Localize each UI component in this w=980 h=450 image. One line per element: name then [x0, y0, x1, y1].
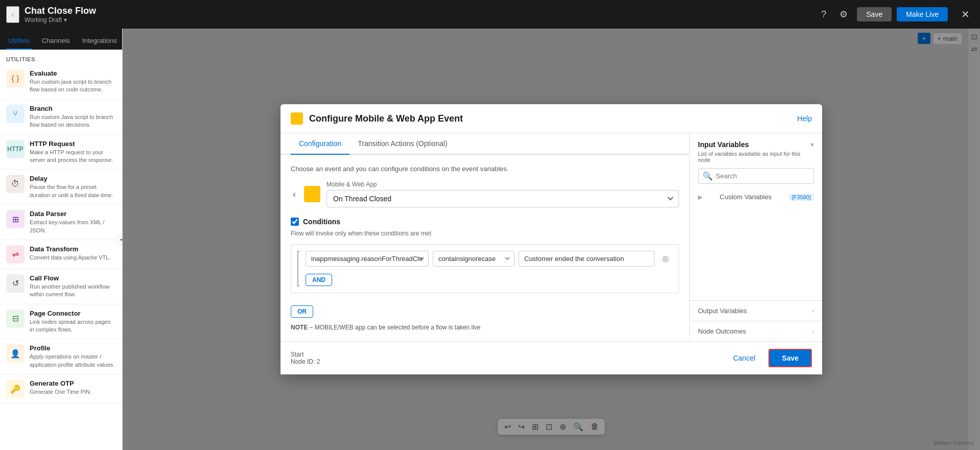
node-outcomes-row[interactable]: Node Outcomes › [690, 321, 822, 341]
evaluate-icon: { } [6, 69, 25, 88]
event-selector: ‹ Mobile & Web App On Thread Closed On T… [291, 181, 679, 207]
page-connector-label: Page Connector [30, 310, 116, 317]
conditions-checkbox[interactable] [291, 218, 299, 226]
condition-operator-select[interactable]: containsignorecase [433, 251, 515, 267]
page-connector-icon: ⊟ [6, 310, 25, 328]
footer-actions: Cancel Save [725, 349, 812, 367]
sidebar-item-branch[interactable]: ⑂ Branch Run custom Java script to branc… [0, 100, 122, 135]
footer-node-id: Node ID: 2 [291, 358, 320, 365]
footer-start-label: Start [291, 351, 320, 358]
right-panel-custom-variables[interactable]: ▶ Custom Variables [F3580] [690, 189, 822, 205]
output-variables-chevron: › [812, 307, 814, 315]
delay-label: Delay [30, 175, 116, 182]
generate-otp-label: Generate OTP [30, 380, 91, 387]
sidebar-item-profile[interactable]: 👤 Profile Apply operations on master / a… [0, 339, 122, 374]
output-variables-label: Output Variables [698, 307, 747, 315]
sidebar-item-page-connector[interactable]: ⊟ Page Connector Link nodes spread acros… [0, 304, 122, 340]
app-title-sub[interactable]: Working Draft ▾ [25, 16, 96, 23]
app-title: Chat Close Flow Working Draft ▾ [25, 6, 96, 23]
event-selector-content: Mobile & Web App On Thread Closed On Thr… [326, 181, 679, 207]
sidebar-item-http-request[interactable]: HTTP HTTP Request Make a HTTP request to… [0, 135, 122, 170]
delay-icon: ⏱ [6, 175, 25, 193]
and-button[interactable]: AND [306, 274, 332, 286]
profile-label: Profile [30, 344, 116, 352]
custom-variables-expand-icon: ▶ [698, 194, 703, 201]
modal-help-link[interactable]: Help [797, 114, 812, 123]
footer-info: Start Node ID: 2 [291, 351, 320, 365]
modal-body: Configuration Transition Actions (Option… [281, 133, 822, 341]
node-outcomes-chevron: › [812, 328, 814, 335]
evaluate-label: Evaluate [30, 69, 116, 77]
condition-field-select[interactable]: inappmessaging.reasonForThreadClo [306, 251, 429, 267]
top-close-button[interactable]: ✕ [957, 6, 974, 22]
tab-transition-actions[interactable]: Transition Actions (Optional) [349, 133, 455, 155]
sidebar-item-delay[interactable]: ⏱ Delay Pause the flow for a preset dura… [0, 170, 122, 205]
evaluate-desc: Run custom java script to branch flow ba… [30, 78, 116, 94]
modal-save-button[interactable]: Save [768, 349, 812, 367]
data-transform-desc: Convert data using Apache VTL. [30, 254, 110, 262]
search-icon: 🔍 [703, 171, 713, 181]
condition-row-1: inappmessaging.reasonForThreadClo contai… [306, 251, 672, 267]
custom-variables-label: Custom Variables [720, 193, 772, 201]
conditions-label: Conditions [303, 218, 340, 226]
data-parser-label: Data Parser [30, 210, 116, 218]
choose-event-text: Choose an event and you can configure co… [291, 165, 679, 173]
condition-bracket [297, 251, 299, 287]
sidebar-items: { } Evaluate Run custom java script to b… [0, 64, 122, 450]
make-live-button[interactable]: Make Live [897, 7, 948, 21]
cancel-button[interactable]: Cancel [725, 350, 764, 366]
modal-left-content: Configuration Transition Actions (Option… [281, 133, 689, 341]
settings-icon-btn[interactable]: ⚙ [835, 7, 852, 22]
custom-variables-badge: [F3580] [789, 194, 814, 201]
right-panel-collapse-icon[interactable]: ▾ [810, 140, 814, 149]
sidebar-item-generate-otp[interactable]: 🔑 Generate OTP Generate One Time PIN. [0, 374, 122, 404]
back-button[interactable]: ‹ [6, 6, 19, 23]
condition-value-input[interactable] [519, 251, 655, 267]
top-bar-left: ‹ Chat Close Flow Working Draft ▾ [6, 6, 817, 23]
configure-modal: Configure Mobile & Web App Event Help Co… [281, 104, 822, 374]
data-transform-icon: ⇌ [6, 245, 25, 264]
modal-footer: Start Node ID: 2 Cancel Save [281, 341, 822, 374]
sidebar-tab-utilities[interactable]: Utilities [6, 33, 32, 50]
sidebar-item-evaluate[interactable]: { } Evaluate Run custom java script to b… [0, 64, 122, 100]
data-parser-desc: Extract key-values from XML / JSON. [30, 219, 116, 234]
http-request-icon: HTTP [6, 140, 25, 158]
data-parser-icon: ⊞ [6, 210, 25, 228]
output-variables-row[interactable]: Output Variables › [690, 301, 822, 321]
sidebar-tab-channels[interactable]: Channels [40, 33, 72, 50]
condition-remove-button[interactable]: ⊗ [659, 252, 672, 266]
call-flow-label: Call Flow [30, 274, 116, 282]
call-flow-icon: ↺ [6, 274, 25, 293]
conditions-header: Conditions [291, 218, 679, 226]
event-icon [304, 186, 320, 202]
app-title-main: Chat Close Flow [25, 6, 96, 16]
canvas-area: + + main ⊡ ⇄ ↩ ↪ ⊞ ⊡ ⊕ 🔍 🗑 Webex Connect [123, 29, 980, 450]
event-back-button[interactable]: ‹ [291, 187, 298, 202]
delay-desc: Pause the flow for a preset duration or … [30, 183, 116, 199]
modal-header: Configure Mobile & Web App Event Help [281, 104, 822, 133]
modal-content-inner: Choose an event and you can configure co… [281, 155, 689, 341]
sidebar-tab-integrations[interactable]: Integrations [80, 33, 119, 50]
top-bar: ‹ Chat Close Flow Working Draft ▾ ? ⚙ Sa… [0, 0, 980, 29]
right-panel-search-input[interactable] [716, 172, 809, 180]
call-flow-desc: Run another published workflow within cu… [30, 283, 116, 299]
modal-tabs: Configuration Transition Actions (Option… [281, 133, 689, 155]
condition-group: inappmessaging.reasonForThreadClo contai… [297, 251, 672, 287]
sidebar-item-data-transform[interactable]: ⇌ Data Transform Convert data using Apac… [0, 240, 122, 269]
branch-label: Branch [30, 105, 116, 112]
conditions-subtitle: Flow will invoke only when these conditi… [291, 230, 679, 237]
sidebar-section-label: UTILITIES [0, 50, 122, 64]
top-save-button[interactable]: Save [857, 7, 892, 21]
or-button[interactable]: OR [291, 305, 313, 318]
generate-otp-desc: Generate One Time PIN. [30, 388, 91, 396]
sidebar-item-data-parser[interactable]: ⊞ Data Parser Extract key-values from XM… [0, 205, 122, 240]
right-panel-search: 🔍 [698, 168, 814, 184]
tab-configuration[interactable]: Configuration [291, 133, 349, 155]
branch-desc: Run custom Java script to branch flow ba… [30, 113, 116, 129]
note-text: NOTE – MOBILE/WEB app can be selected be… [291, 324, 679, 331]
sidebar-item-call-flow[interactable]: ↺ Call Flow Run another published workfl… [0, 269, 122, 304]
http-request-desc: Make a HTTP request to your server and p… [30, 149, 116, 164]
top-bar-right: ? ⚙ Save Make Live ✕ [817, 6, 974, 22]
help-icon-btn[interactable]: ? [817, 7, 830, 22]
event-dropdown[interactable]: On Thread Closed On Thread Opened On Mes… [326, 190, 679, 207]
